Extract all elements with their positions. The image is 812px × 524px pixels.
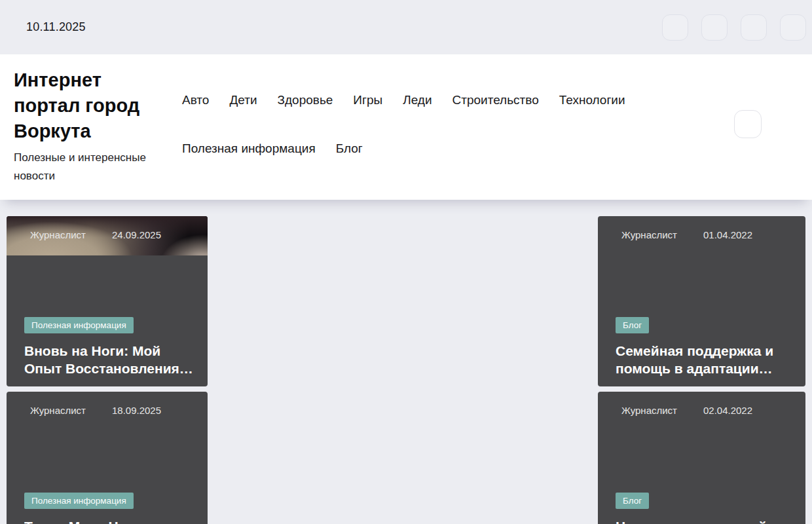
site-header: Интернет портал город Воркута Полезные и… xyxy=(0,54,812,200)
article-meta: Журнаслист 24.09.2025 xyxy=(30,229,197,240)
topbar: 10.11.2025 xyxy=(0,0,812,54)
article-card[interactable]: Журнаслист 24.09.2025 Полезная информаци… xyxy=(7,216,208,386)
category-badge[interactable]: Блог xyxy=(616,493,649,509)
article-author: Журнаслист xyxy=(30,229,86,240)
nav-item-tehnologii[interactable]: Технологии xyxy=(559,92,625,108)
nav-item-poleznaya-informaciya[interactable]: Полезная информация xyxy=(182,141,316,157)
social-icon-button-3[interactable] xyxy=(741,14,767,41)
nav-item-igry[interactable]: Игры xyxy=(353,92,382,108)
article-card-footer: Полезная информация Вновь на Ноги: Мой О… xyxy=(24,317,196,377)
article-card[interactable]: Журнаслист 18.09.2025 Полезная информаци… xyxy=(7,392,208,524)
article-date: 24.09.2025 xyxy=(112,229,161,240)
article-meta: Журнаслист 02.04.2022 xyxy=(621,405,795,416)
main-navigation: Авто Дети Здоровье Игры Леди Строительст… xyxy=(182,92,670,157)
article-date: 01.04.2022 xyxy=(703,229,752,240)
article-author: Журнаслист xyxy=(30,405,86,416)
article-card-footer: Блог Наш переезд в другой город… xyxy=(616,493,794,524)
article-date: 02.04.2022 xyxy=(703,405,752,416)
article-title[interactable]: Вновь на Ноги: Мой Опыт Восстановления… xyxy=(24,342,196,377)
article-meta: Журнаслист 18.09.2025 xyxy=(30,405,197,416)
article-title[interactable]: Тепло Моих Новых Дней: Мой Путь… xyxy=(24,517,196,524)
site-title-link[interactable]: Интернет портал город Воркута xyxy=(14,67,168,144)
category-badge[interactable]: Полезная информация xyxy=(24,493,134,509)
search-button[interactable] xyxy=(734,110,762,138)
article-author: Журнаслист xyxy=(621,229,677,240)
article-card[interactable]: Журнаслист 01.04.2022 Блог Семейная подд… xyxy=(598,216,805,386)
nav-item-ledi[interactable]: Леди xyxy=(403,92,432,108)
brand-block: Интернет портал город Воркута Полезные и… xyxy=(14,67,168,185)
article-card[interactable]: Журнаслист 02.04.2022 Блог Наш переезд в… xyxy=(598,392,805,524)
articles-feed: Журнаслист 24.09.2025 Полезная информаци… xyxy=(0,200,812,524)
feed-column-left: Журнаслист 24.09.2025 Полезная информаци… xyxy=(7,216,208,524)
article-card-footer: Полезная информация Тепло Моих Новых Дне… xyxy=(24,493,196,524)
feed-column-right: Журнаслист 01.04.2022 Блог Семейная подд… xyxy=(598,216,805,524)
category-badge[interactable]: Блог xyxy=(616,317,649,333)
nav-item-stroitelstvo[interactable]: Строительство xyxy=(452,92,539,108)
social-icon-button-1[interactable] xyxy=(662,14,688,41)
nav-item-blog[interactable]: Блог xyxy=(336,141,363,157)
article-title[interactable]: Семейная поддержка и помощь в адаптации … xyxy=(616,342,794,377)
social-icon-button-4[interactable] xyxy=(780,14,806,41)
nav-item-zdorovye[interactable]: Здоровье xyxy=(278,92,333,108)
article-meta: Журнаслист 01.04.2022 xyxy=(621,229,795,240)
article-title[interactable]: Наш переезд в другой город… xyxy=(616,517,794,524)
article-date: 18.09.2025 xyxy=(112,405,161,416)
current-date-label: 10.11.2025 xyxy=(26,20,86,34)
social-icon-button-2[interactable] xyxy=(701,14,728,41)
site-tagline: Полезные и интеренсные новости xyxy=(14,149,168,185)
nav-item-deti[interactable]: Дети xyxy=(229,92,257,108)
article-card-footer: Блог Семейная поддержка и помощь в адапт… xyxy=(616,317,794,377)
social-buttons-row xyxy=(662,14,806,41)
article-author: Журнаслист xyxy=(621,405,677,416)
nav-item-avto[interactable]: Авто xyxy=(182,92,209,108)
category-badge[interactable]: Полезная информация xyxy=(24,317,134,333)
